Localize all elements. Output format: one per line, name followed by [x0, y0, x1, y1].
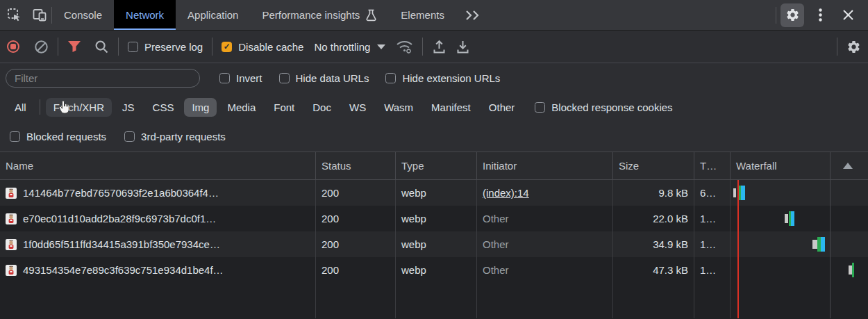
request-type: webp	[396, 180, 477, 206]
throttling-value: No throttling	[314, 41, 370, 53]
tab-application[interactable]: Application	[176, 0, 250, 30]
blocked-response-cookies-checkbox[interactable]	[535, 102, 545, 113]
request-time: 6…	[694, 180, 731, 206]
image-preview-thumbnail	[6, 213, 17, 224]
resource-type-filter-row: All Fetch/XHR JS CSS Img Media Font Doc …	[0, 92, 868, 122]
blocked-requests-row: Blocked requests 3rd-party requests	[0, 122, 868, 152]
gear-icon	[785, 8, 800, 22]
type-filter-manifest[interactable]: Manifest	[424, 98, 478, 117]
filter-input[interactable]	[6, 69, 200, 88]
request-status: 200	[316, 231, 396, 257]
column-header-type[interactable]: Type	[396, 152, 477, 179]
table-header: Name Status Type Initiator Size T… Water…	[0, 152, 868, 180]
flask-icon	[365, 9, 377, 22]
device-toolbar-icon[interactable]	[32, 8, 47, 23]
column-header-time[interactable]: T…	[694, 152, 731, 179]
tab-performance-insights[interactable]: Performance insights	[250, 0, 389, 30]
filter-toggle-button[interactable]	[67, 40, 81, 54]
tab-elements[interactable]: Elements	[389, 0, 456, 30]
tab-network[interactable]: Network	[114, 0, 176, 30]
request-status: 200	[316, 180, 396, 206]
type-filter-css[interactable]: CSS	[145, 98, 182, 117]
waterfall-time-gridline	[830, 152, 831, 318]
request-size: 9.8 kB	[613, 180, 694, 206]
clear-network-log-button[interactable]	[34, 40, 49, 54]
tab-console[interactable]: Console	[52, 0, 114, 30]
type-filter-media[interactable]: Media	[219, 98, 263, 117]
request-name: 141464b77ebd76570693f2e1a6b0364f4…	[23, 187, 219, 199]
throttling-dropdown[interactable]: No throttling	[312, 41, 387, 53]
type-filter-other[interactable]: Other	[481, 98, 523, 117]
waterfall-cell	[731, 206, 868, 231]
column-header-status[interactable]: Status	[316, 152, 396, 179]
request-size: 34.9 kB	[613, 231, 694, 257]
blocked-requests-checkbox[interactable]	[10, 131, 20, 142]
request-type: webp	[396, 257, 477, 283]
blocked-response-cookies-label: Blocked response cookies	[551, 101, 672, 113]
hide-extension-urls-checkbox[interactable]	[385, 73, 396, 83]
hide-extension-urls-label: Hide extension URLs	[402, 72, 500, 84]
column-header-initiator[interactable]: Initiator	[477, 152, 613, 179]
devtools-settings-button[interactable]	[781, 3, 804, 27]
type-filter-js[interactable]: JS	[115, 98, 142, 117]
waterfall-bar-tick	[733, 188, 736, 197]
waterfall-cell	[731, 231, 868, 257]
network-settings-gear-icon[interactable]	[846, 40, 861, 54]
more-options-button[interactable]	[808, 3, 832, 27]
request-status: 200	[316, 206, 396, 231]
type-filter-ws[interactable]: WS	[342, 98, 374, 117]
third-party-requests-checkbox[interactable]	[124, 131, 135, 142]
network-toolbar: Preserve log ✓ Disable cache No throttli…	[0, 31, 868, 63]
disable-cache-label: Disable cache	[238, 41, 303, 53]
chevron-down-icon	[377, 44, 385, 49]
column-header-name[interactable]: Name	[0, 152, 316, 179]
search-button[interactable]	[94, 40, 109, 54]
kebab-menu-icon	[819, 8, 822, 22]
blocked-requests-group: Blocked requests	[10, 131, 106, 142]
double-chevron-right-icon	[465, 10, 483, 21]
request-type: webp	[396, 206, 477, 231]
request-type: webp	[396, 231, 477, 257]
type-filter-all[interactable]: All	[7, 98, 34, 117]
blocked-requests-label: Blocked requests	[26, 131, 106, 142]
waterfall-bar-wait	[852, 263, 854, 277]
type-filter-wasm[interactable]: Wasm	[376, 98, 421, 117]
inspect-element-icon[interactable]	[7, 8, 22, 23]
close-devtools-button[interactable]	[836, 3, 860, 27]
image-preview-thumbnail	[6, 239, 17, 250]
more-tabs-button[interactable]	[456, 0, 491, 30]
network-requests-table: Name Status Type Initiator Size T… Water…	[0, 152, 868, 318]
dom-content-loaded-marker	[737, 180, 739, 318]
disable-cache-checkbox[interactable]: ✓	[222, 42, 232, 52]
waterfall-cell	[731, 257, 868, 283]
request-initiator: Other	[483, 264, 509, 276]
type-filter-img[interactable]: Img	[184, 98, 217, 117]
cursor-hand-icon	[58, 101, 70, 115]
record-network-log-button[interactable]	[7, 40, 19, 53]
waterfall-bar-dl	[741, 186, 745, 200]
request-status: 200	[316, 257, 396, 283]
import-har-icon[interactable]	[432, 40, 446, 54]
third-party-requests-group: 3rd-party requests	[124, 131, 226, 142]
type-filter-font[interactable]: Font	[266, 98, 302, 117]
export-har-icon[interactable]	[456, 40, 470, 54]
type-filter-doc[interactable]: Doc	[305, 98, 339, 117]
preserve-log-checkbox[interactable]	[128, 42, 138, 52]
close-icon	[842, 9, 854, 21]
preserve-log-label: Preserve log	[144, 41, 203, 53]
waterfall-bar-tick	[812, 240, 817, 249]
request-size: 47.3 kB	[613, 257, 694, 283]
hide-data-urls-checkbox[interactable]	[279, 73, 290, 83]
waterfall-bar-dl	[791, 211, 794, 226]
waterfall-cell	[731, 180, 868, 206]
type-filter-fetch-xhr[interactable]: Fetch/XHR	[46, 98, 112, 117]
column-header-waterfall[interactable]: Waterfall	[731, 152, 868, 179]
sort-ascending-icon	[843, 163, 853, 169]
column-header-size[interactable]: Size	[613, 152, 694, 179]
request-initiator-link[interactable]: (index):14	[483, 187, 529, 199]
invert-group: Invert	[219, 72, 262, 84]
hide-extension-urls-group: Hide extension URLs	[385, 72, 500, 84]
invert-checkbox[interactable]	[219, 73, 230, 83]
request-name: 493154354e7e89c3f639c751e934d1be4f…	[23, 264, 224, 276]
network-conditions-icon[interactable]	[396, 40, 413, 54]
